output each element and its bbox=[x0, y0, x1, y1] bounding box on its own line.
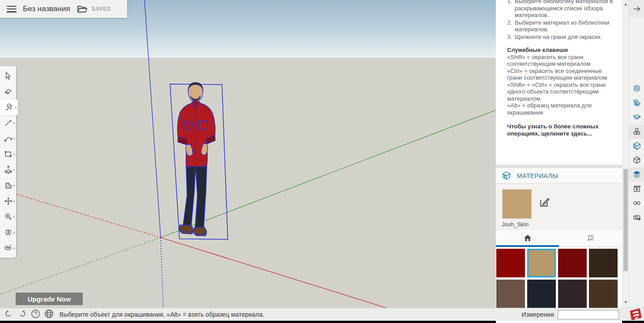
redo-icon[interactable] bbox=[17, 309, 27, 321]
main-menu-icon[interactable] bbox=[7, 6, 17, 13]
tool-push-pull[interactable] bbox=[0, 162, 16, 178]
flyout-arrow-icon bbox=[13, 169, 15, 171]
tool-line[interactable] bbox=[0, 115, 16, 131]
tool-walk[interactable] bbox=[0, 225, 16, 240]
instructor-icon bbox=[632, 113, 641, 122]
modifier-key-line: «Shift» + «Ctrl» = окрасить все грани од… bbox=[507, 81, 616, 102]
folder-icon[interactable] bbox=[77, 4, 87, 14]
orbit-icon bbox=[4, 243, 13, 253]
tray-scrollbar[interactable]: ▲ ▼ bbox=[622, 0, 628, 308]
materials-panel: МАТЕРИАЛЫ Josh_Skin bbox=[496, 168, 622, 308]
materials-icon bbox=[632, 141, 641, 150]
status-message: Выберите объект для окрашивания. «Alt» =… bbox=[60, 311, 521, 318]
modifier-key-line: «Ctrl» = окрасить все соединенные грани … bbox=[507, 68, 616, 81]
viewport-3d[interactable] bbox=[0, 0, 496, 321]
current-material-name: Josh_Skin bbox=[502, 221, 529, 228]
model-info-icon bbox=[632, 213, 641, 222]
scale-figure-josh[interactable] bbox=[166, 78, 230, 242]
material-swatch[interactable] bbox=[589, 249, 618, 277]
material-swatch[interactable] bbox=[527, 249, 556, 277]
tab-home-materials[interactable] bbox=[496, 230, 559, 246]
document-title: Без названия bbox=[23, 4, 70, 13]
tool-arc[interactable] bbox=[0, 131, 16, 146]
measurements-label: Измерения bbox=[521, 311, 554, 318]
material-swatch[interactable] bbox=[496, 249, 525, 277]
material-swatch[interactable] bbox=[527, 280, 556, 308]
materials-tabs bbox=[496, 229, 622, 247]
eraser-icon bbox=[4, 87, 13, 96]
scroll-down-arrow[interactable]: ▼ bbox=[623, 299, 629, 305]
panel-toggle-display[interactable] bbox=[629, 196, 644, 210]
line-icon bbox=[4, 118, 13, 128]
instructor-step: Выберите материал из библиотеки материал… bbox=[514, 19, 616, 33]
panel-toggle-model-info[interactable] bbox=[629, 210, 644, 225]
instructor-panel: Выберите библиотеку материалов в раскрыв… bbox=[496, 0, 622, 165]
tool-move[interactable] bbox=[0, 193, 16, 209]
saved-status-badge: SAVED bbox=[92, 6, 111, 12]
entity-info-icon bbox=[632, 84, 641, 93]
tool-rectangle[interactable] bbox=[0, 146, 16, 162]
material-swatch[interactable] bbox=[558, 249, 587, 277]
drawing-axes bbox=[0, 0, 496, 321]
panel-toggle-scenes[interactable] bbox=[629, 182, 644, 196]
tape-measure-icon bbox=[4, 212, 13, 221]
panel-toggle-instructor[interactable] bbox=[629, 110, 644, 124]
right-tray-panel: Выберите библиотеку материалов в раскрыв… bbox=[496, 0, 622, 308]
tool-eraser[interactable] bbox=[0, 84, 16, 99]
move-icon bbox=[4, 196, 13, 206]
rectangle-icon bbox=[4, 149, 13, 159]
help-icon bbox=[30, 309, 41, 319]
title-bar: Без названия SAVED bbox=[0, 0, 127, 18]
material-swatch[interactable] bbox=[589, 280, 618, 308]
home-icon bbox=[523, 233, 533, 243]
search-list-icon bbox=[586, 233, 596, 243]
tool-orbit[interactable] bbox=[0, 240, 16, 256]
panel-toggle-components[interactable] bbox=[629, 124, 644, 139]
tray-divider bbox=[496, 165, 622, 168]
push-pull-icon bbox=[4, 165, 13, 174]
current-material-preview: Josh_Skin bbox=[496, 183, 622, 229]
display-icon bbox=[632, 199, 641, 208]
flyout-arrow-icon bbox=[13, 184, 15, 187]
current-material-swatch[interactable] bbox=[502, 189, 532, 219]
material-swatch[interactable] bbox=[558, 280, 587, 308]
upgrade-now-button[interactable]: Upgrade Now bbox=[16, 293, 83, 305]
offset-icon bbox=[4, 181, 13, 190]
measurements-input[interactable] bbox=[558, 310, 619, 319]
tool-offset[interactable] bbox=[0, 178, 16, 193]
flyout-arrow-icon bbox=[13, 153, 15, 156]
tool-select[interactable] bbox=[0, 68, 16, 84]
left-toolbar bbox=[0, 66, 16, 258]
arc-icon bbox=[4, 134, 13, 143]
modifier-keys-heading: Служебные клавиши bbox=[507, 47, 616, 54]
flyout-arrow-icon bbox=[13, 122, 15, 124]
modifier-key-line: «Alt» = образец материала для окрашивани… bbox=[507, 102, 616, 116]
styles-icon bbox=[632, 156, 641, 165]
material-swatch[interactable] bbox=[496, 280, 525, 308]
help-icon[interactable] bbox=[30, 309, 41, 321]
redo-icon bbox=[17, 309, 27, 319]
scenes-icon bbox=[632, 184, 641, 193]
scrollbar-thumb[interactable] bbox=[623, 169, 628, 271]
panel-toggle-styles[interactable] bbox=[629, 153, 644, 167]
tool-paint-bucket[interactable] bbox=[0, 99, 18, 115]
collapse-tray-button[interactable] bbox=[629, 0, 644, 17]
materials-panel-header[interactable]: МАТЕРИАЛЫ bbox=[496, 168, 622, 183]
tool-tape-measure[interactable] bbox=[0, 209, 16, 225]
status-bar: Выберите объект для окрашивания. «Alt» =… bbox=[0, 308, 644, 321]
panel-toggle-tags[interactable] bbox=[629, 167, 644, 182]
flyout-arrow-icon bbox=[15, 106, 17, 109]
globe-icon bbox=[44, 309, 54, 319]
edit-material-icon[interactable] bbox=[539, 197, 550, 208]
panel-toggle-outliner[interactable] bbox=[629, 96, 644, 110]
materials-panel-title: МАТЕРИАЛЫ bbox=[517, 172, 558, 179]
panel-toggle-entity-info[interactable] bbox=[629, 81, 644, 96]
panel-toggle-materials[interactable] bbox=[629, 139, 644, 153]
flyout-arrow-icon bbox=[13, 216, 15, 218]
undo-icon[interactable] bbox=[4, 309, 14, 321]
tab-search-materials[interactable] bbox=[559, 230, 622, 246]
scroll-up-arrow[interactable]: ▲ bbox=[623, 1, 629, 7]
advanced-operations-link[interactable]: Чтобы узнать о более сложных операциях, … bbox=[507, 123, 616, 137]
globe-icon[interactable] bbox=[44, 309, 54, 321]
undo-icon bbox=[4, 309, 14, 319]
